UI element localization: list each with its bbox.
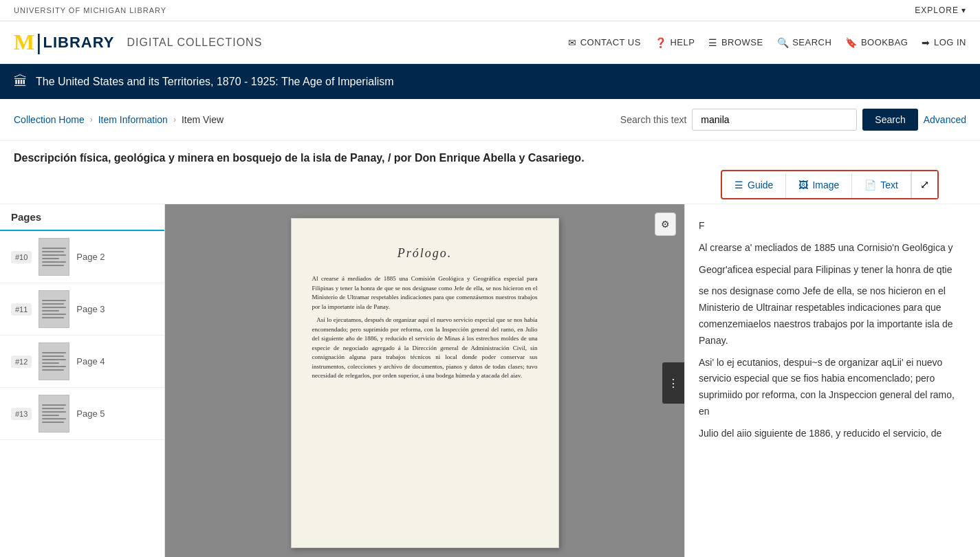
nav-login[interactable]: ➡ LOG IN [922,37,966,48]
breadcrumb-separator-1: › [90,115,93,124]
page-label: Page 5 [76,408,105,419]
nav-search[interactable]: 🔍 SEARCH [777,37,832,48]
toolbar-row: ☰ Guide 🖼 Image 📄 Text ⤢ [0,170,980,204]
breadcrumb-item-view: Item View [182,114,224,125]
page-thumbnail [39,290,69,328]
breadcrumb-collection-home[interactable]: Collection Home [14,114,85,125]
book-page-body: Al crearse á mediados de 1885 una Comisi… [312,274,538,381]
logo-divider: | [36,30,41,55]
search-input[interactable] [692,109,857,131]
search-label: Search this text [620,114,687,125]
logo-m-letter: M [14,30,34,55]
dots-icon: ⋮ [668,377,679,390]
collection-banner: 🏛 The United States and its Territories,… [0,64,980,99]
nav-help[interactable]: ❓ HELP [655,37,695,48]
text-paragraph: Al crearse a' mecliados de 1885 una Corn… [699,240,966,256]
text-panel: F Al crearse a' mecliados de 1885 una Co… [684,204,980,557]
image-button[interactable]: 🖼 Image [786,173,852,197]
search-button[interactable]: Search [862,109,917,131]
sidebar-header: Pages [0,204,164,231]
login-icon: ➡ [922,37,930,48]
view-wrapper: ☰ Guide 🖼 Image 📄 Text ⤢ Pages #10 [0,170,980,557]
book-page-title: Prólogo. [312,246,538,261]
search-icon: 🔍 [777,37,790,48]
search-container: Search this text Search Advanced [620,109,966,131]
text-icon: 📄 [864,179,876,190]
logo-library-text: LIBRARY [43,34,115,52]
bookbag-icon: 🔖 [845,37,858,48]
page-label: Page 3 [76,304,105,314]
breadcrumb: Collection Home › Item Information › Ite… [14,114,224,125]
explore-menu[interactable]: EXPLORE ▾ [915,6,966,15]
book-page: Prólogo. Al crearse á mediados de 1885 u… [291,218,559,548]
logo-subtitle: DIGITAL COLLECTIONS [127,36,262,49]
header: M | LIBRARY DIGITAL COLLECTIONS ✉ CONTAC… [0,21,980,64]
collection-title: The United States and its Territories, 1… [36,76,394,88]
list-item[interactable]: #13 Page 5 [0,388,164,440]
chevron-down-icon: ▾ [961,6,966,15]
view-toolbar: ☰ Guide 🖼 Image 📄 Text ⤢ [721,170,939,199]
text-paragraph: Asi' lo ej ecutanios, despui~s de organi… [699,355,966,420]
advanced-search-link[interactable]: Advanced [924,114,966,125]
image-toolbar-button[interactable]: ⚙ [655,212,676,236]
expand-icon: ⤢ [920,179,929,190]
expand-button[interactable]: ⤢ [911,171,937,198]
institution-name: UNIVERSITY OF MICHIGAN LIBRARY [14,6,166,14]
image-content: Prólogo. Al crearse á mediados de 1885 u… [165,204,684,557]
side-panel-button[interactable]: ⋮ [662,362,684,404]
page-badge: #13 [11,408,32,420]
top-bar: UNIVERSITY OF MICHIGAN LIBRARY EXPLORE ▾ [0,0,980,21]
page-thumbnail [39,395,69,433]
breadcrumb-item-information[interactable]: Item Information [98,114,168,125]
nav-browse[interactable]: ☰ BROWSE [708,37,763,48]
page-badge: #11 [11,303,32,316]
nav-bookbag[interactable]: 🔖 BOOKBAG [845,37,908,48]
text-paragraph: se nos designase como Jefe de ella, se n… [699,283,966,349]
book-paragraph: Al crearse á mediados de 1885 una Comisi… [312,274,538,312]
text-paragraph: F [699,218,966,234]
page-thumbnail [39,238,69,276]
page-label: Page 2 [76,252,105,262]
image-icon: 🖼 [798,179,808,190]
mail-icon: ✉ [568,37,577,48]
sliders-icon: ⚙ [661,219,670,230]
view-area: Pages #10 Page 2 #11 [0,204,980,557]
breadcrumb-row: Collection Home › Item Information › Ite… [0,99,980,141]
text-button[interactable]: 📄 Text [852,173,911,197]
guide-button[interactable]: ☰ Guide [722,173,786,197]
list-item[interactable]: #11 Page 3 [0,283,164,336]
list-item[interactable]: #12 Page 4 [0,336,164,388]
breadcrumb-separator-2: › [173,115,176,124]
page-label: Page 4 [76,356,105,367]
header-nav: ✉ CONTACT US ❓ HELP ☰ BROWSE 🔍 SEARCH 🔖 … [568,37,966,48]
document-title: Descripción física, geológica y minera e… [0,141,980,170]
nav-contact[interactable]: ✉ CONTACT US [568,37,641,48]
page-badge: #10 [11,251,32,263]
browse-icon: ☰ [708,37,718,48]
page-thumbnail [39,342,69,380]
main-image-panel: Prólogo. Al crearse á mediados de 1885 u… [165,204,684,557]
book-paragraph: Así lo ejecutamos, después de organizar … [312,316,538,381]
logo[interactable]: M | LIBRARY DIGITAL COLLECTIONS [14,30,262,55]
help-icon: ❓ [655,37,667,48]
collection-icon: 🏛 [14,74,28,89]
text-paragraph: Geogr'aficea especial para Filipinas y t… [699,262,966,278]
pages-sidebar: Pages #10 Page 2 #11 [0,204,165,557]
text-paragraph: Julio del aiio siguiente de 1886, y redu… [699,426,966,442]
guide-icon: ☰ [734,179,743,190]
page-badge: #12 [11,356,32,368]
list-item[interactable]: #10 Page 2 [0,231,164,283]
